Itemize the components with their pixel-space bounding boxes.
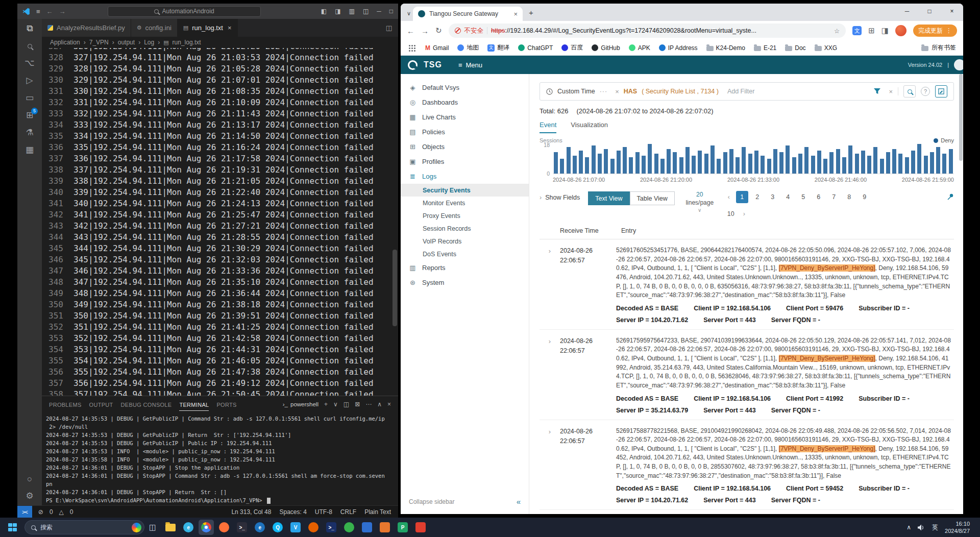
pycharm-icon[interactable]: P bbox=[395, 520, 410, 535]
split-terminal-icon[interactable]: ◫ bbox=[344, 401, 349, 408]
time-filter-more-icon[interactable]: ··· bbox=[600, 88, 608, 95]
editor-tab-run-log-txt[interactable]: ▤run_log.txt× bbox=[178, 19, 238, 37]
customize-layout-icon[interactable]: ◫ bbox=[363, 8, 369, 15]
pin-icon[interactable] bbox=[947, 193, 954, 202]
sidebar-item-voip-records[interactable]: VoIP Records bbox=[401, 235, 529, 248]
bookmark-item[interactable]: 百度 bbox=[561, 43, 583, 52]
windows-terminal-icon[interactable]: >_ bbox=[234, 520, 250, 535]
all-bookmarks[interactable]: 所有书签 bbox=[921, 43, 956, 52]
tab-event[interactable]: Event bbox=[540, 121, 556, 133]
search-button[interactable] bbox=[903, 85, 916, 97]
sidebar-item-security-events[interactable]: Security Events bbox=[401, 184, 529, 197]
page-4[interactable]: 4 bbox=[782, 191, 794, 203]
new-tab-button[interactable]: + bbox=[529, 8, 533, 17]
page-5[interactable]: 5 bbox=[797, 191, 810, 203]
wechat-icon[interactable] bbox=[341, 520, 357, 535]
breadcrumb-item[interactable]: run_log.txt bbox=[173, 39, 201, 46]
start-button[interactable] bbox=[8, 523, 17, 532]
ime-language[interactable]: 英 bbox=[932, 523, 938, 532]
source-control-icon[interactable]: ⌥ bbox=[24, 59, 35, 67]
sidebar-item-default-vsys[interactable]: ◈Default Vsys bbox=[401, 80, 529, 95]
minimize-button[interactable]: ─ bbox=[896, 4, 918, 19]
status-item-spaces-4[interactable]: Spaces: 4 bbox=[279, 508, 306, 516]
split-editor-icon[interactable]: ◫ bbox=[380, 19, 398, 37]
bookmark-chatgpt[interactable]: ChatGPT bbox=[518, 44, 553, 52]
testing-icon[interactable]: ⚗ bbox=[26, 128, 33, 137]
tsg-menu-button[interactable]: ≡ Menu bbox=[458, 61, 482, 69]
remove-filter-icon[interactable]: × bbox=[615, 88, 619, 95]
minimize-button[interactable]: ─ bbox=[377, 8, 381, 15]
blue-app-icon[interactable] bbox=[359, 520, 375, 535]
red-app-icon[interactable] bbox=[413, 520, 428, 535]
command-center-search[interactable]: AutomationAndroid bbox=[108, 6, 261, 17]
panel-tab-problems[interactable]: PROBLEMS bbox=[49, 398, 82, 411]
scrollbar-thumb[interactable] bbox=[393, 250, 397, 326]
breadcrumb-item[interactable]: Log bbox=[144, 39, 154, 46]
breadcrumb-item[interactable]: Application bbox=[50, 39, 80, 46]
taskbar-search[interactable]: 搜索 bbox=[24, 520, 144, 534]
page-7[interactable]: 7 bbox=[828, 191, 840, 203]
time-filter[interactable]: Custom Time bbox=[557, 88, 595, 95]
sidebar-item-live-charts[interactable]: ▦Live Charts bbox=[401, 110, 529, 125]
expand-chevron-icon[interactable]: › bbox=[540, 336, 560, 414]
hidden-icons-chevron-icon[interactable]: ∧ bbox=[906, 524, 911, 531]
editor[interactable]: 327326|192.254.94.111|Mon Aug 26 21:02:2… bbox=[42, 48, 398, 396]
close-tab-icon[interactable]: × bbox=[513, 10, 518, 18]
remote-indicator[interactable]: >< bbox=[17, 506, 32, 518]
page-9[interactable]: 9 bbox=[859, 191, 871, 203]
reload-icon[interactable]: ↻ bbox=[435, 26, 442, 35]
close-icon[interactable]: × bbox=[228, 24, 232, 32]
maximize-panel-icon[interactable]: ∧ bbox=[377, 401, 382, 408]
translate-icon[interactable]: 文 bbox=[852, 26, 862, 35]
page-scrollbar-thumb[interactable] bbox=[959, 74, 963, 161]
status-item-plain-text[interactable]: Plain Text bbox=[364, 508, 391, 516]
breadcrumb-item[interactable]: 7_VPN bbox=[89, 39, 109, 46]
address-bar[interactable]: 不安全 https://192.168.44.29/#/Log_Security… bbox=[449, 23, 846, 38]
docs-orange-icon[interactable] bbox=[377, 520, 393, 535]
menu-icon[interactable]: ≡ bbox=[36, 8, 40, 15]
prev-page-icon[interactable]: ‹ bbox=[725, 191, 733, 203]
status-item-utf-8[interactable]: UTF-8 bbox=[315, 508, 332, 516]
collapse-sidebar[interactable]: Collapse sidebar « bbox=[401, 497, 529, 506]
vscode-icon[interactable]: V bbox=[288, 520, 303, 535]
add-filter[interactable]: Add Filter bbox=[727, 88, 755, 95]
browser-blue-icon[interactable]: e bbox=[252, 520, 267, 535]
close-button[interactable]: × bbox=[941, 4, 963, 19]
firefox-icon[interactable] bbox=[216, 520, 232, 535]
bookmark-github[interactable]: GitHub bbox=[592, 44, 620, 52]
page-8[interactable]: 8 bbox=[843, 191, 855, 203]
kill-terminal-icon[interactable]: ⊠ bbox=[355, 401, 360, 408]
sidebar-item-objects[interactable]: ⊞Objects bbox=[401, 139, 529, 154]
extensions-icon[interactable]: ⊞5 bbox=[26, 111, 33, 119]
shell-selector[interactable]: ›_ powershell bbox=[283, 401, 318, 407]
not-secure-icon[interactable] bbox=[455, 28, 461, 34]
bookmark-e-21[interactable]: E-21 bbox=[754, 44, 776, 52]
sidebar-item-dashboards[interactable]: ◎Dashboards bbox=[401, 95, 529, 110]
file-explorer-icon[interactable] bbox=[163, 520, 178, 535]
toggle-sidebar-icon[interactable]: ◧ bbox=[321, 8, 327, 15]
toggle-panel-icon[interactable]: ◨ bbox=[335, 8, 340, 15]
sidebar-item-logs[interactable]: ≣Logs bbox=[401, 169, 529, 184]
bookmark-apk[interactable]: APK bbox=[629, 44, 650, 52]
problems-summary[interactable]: ⊘ 0 △ 0 bbox=[32, 508, 80, 516]
bookmark-item[interactable]: 地图 bbox=[457, 43, 479, 52]
show-fields-toggle[interactable]: › Show Fields bbox=[540, 194, 580, 201]
editor-tab-analyzeresultsbrief-py[interactable]: AnalyzeResultsBrief.py bbox=[42, 19, 131, 37]
bookmark-k24-demo[interactable]: K24-Demo bbox=[706, 44, 745, 52]
remote-explorer-icon[interactable]: ▭ bbox=[26, 93, 34, 102]
bookmark-ip-address[interactable]: IP Address bbox=[659, 44, 698, 52]
terminal-output[interactable]: 2024-08-27 14:35:53 | DEBUG | GetPublicI… bbox=[42, 412, 398, 505]
taskbar-clock[interactable]: 16:10 2024/8/27 bbox=[945, 520, 970, 535]
next-page-icon[interactable]: › bbox=[740, 208, 748, 220]
update-button[interactable]: 完成更新 ⋮ bbox=[913, 25, 957, 37]
filter-chip-key[interactable]: HAS bbox=[624, 88, 637, 95]
bookmark-doc[interactable]: Doc bbox=[785, 44, 805, 52]
tab-search-chevron-icon[interactable]: ∨ bbox=[407, 10, 411, 17]
new-terminal-icon[interactable]: + bbox=[324, 401, 328, 408]
chrome-icon[interactable] bbox=[199, 520, 214, 535]
account-icon[interactable]: ○ bbox=[27, 475, 32, 483]
bookmark-star-icon[interactable]: ☆ bbox=[834, 27, 840, 35]
tab-visualization[interactable]: Visualization bbox=[571, 121, 608, 133]
page-10[interactable]: 10 bbox=[725, 208, 737, 220]
panel-tab-debug-console[interactable]: DEBUG CONSOLE bbox=[121, 398, 172, 411]
